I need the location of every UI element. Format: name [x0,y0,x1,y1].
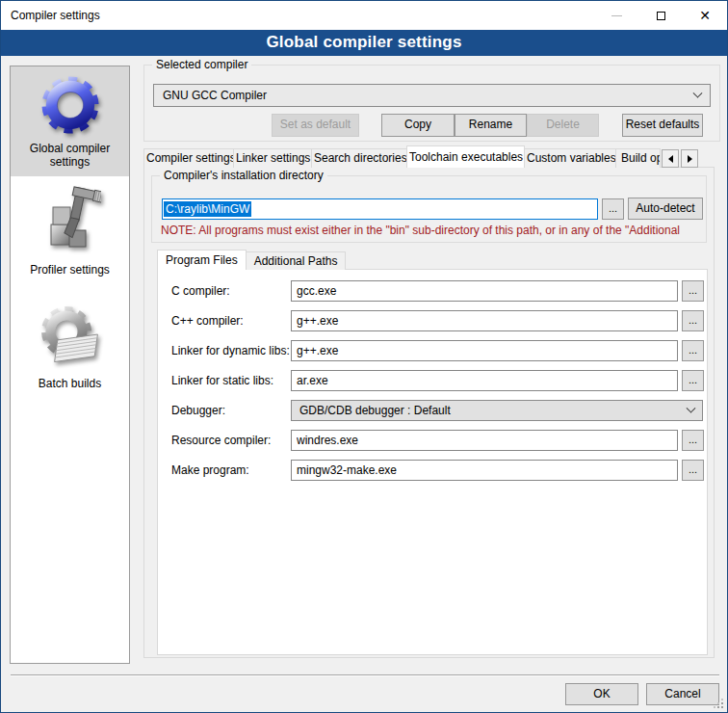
close-icon: ✕ [699,9,711,22]
c-compiler-row: C compiler: ... [158,280,707,302]
settings-category-list: Global compiler settings [10,66,130,664]
selected-compiler-group-label: Selected compiler [152,58,251,71]
bin-subdirectory-note: NOTE: All programs must exist either in … [161,224,700,237]
sidebar-item-global-compiler-settings[interactable]: Global compiler settings [11,66,129,176]
minimize-button[interactable] [594,1,638,30]
resource-compiler-input[interactable] [291,430,678,451]
compiler-settings-window: Compiler settings ✕ Global compiler sett… [0,0,728,713]
chevron-down-icon [693,88,703,97]
field-label: Linker for dynamic libs: [171,344,290,357]
tab-program-files[interactable]: Program Files [157,250,247,270]
copy-button[interactable]: Copy [381,114,455,137]
close-button[interactable]: ✕ [683,1,727,30]
browse-cpp-compiler-button[interactable]: ... [682,310,704,331]
linker-static-row: Linker for static libs: ... [158,370,707,391]
installation-directory-group-label: Compiler's installation directory [160,169,327,182]
compiler-select[interactable]: GNU GCC Compiler [153,84,711,107]
chevron-down-icon [687,403,696,412]
field-label: Debugger: [171,404,225,417]
debugger-row: Debugger: GDB/CDB debugger : Default [158,400,707,421]
window-controls: ✕ [594,1,727,30]
tab-custom-variables[interactable]: Custom variables [524,148,616,168]
set-as-default-button[interactable]: Set as default [272,114,359,137]
tab-toolchain-executables[interactable]: Toolchain executables [406,145,525,168]
selected-compiler-group: Selected compiler GNU GCC Compiler Set a… [143,65,720,142]
minimize-icon [611,15,622,16]
gray-gear-papers-icon [13,304,127,372]
sidebar-item-batch-builds[interactable]: Batch builds [11,298,129,398]
resource-compiler-row: Resource compiler: ... [158,430,707,451]
debugger-select-value: GDB/CDB debugger : Default [299,404,688,417]
blue-gear-icon [13,73,127,137]
field-label: C++ compiler: [171,314,244,328]
browse-linker-static-button[interactable]: ... [682,370,704,391]
browse-resource-compiler-button[interactable]: ... [682,430,704,451]
settings-tab-strip: Compiler settings Linker settings Search… [143,145,698,168]
browse-c-compiler-button[interactable]: ... [682,280,704,302]
arrow-right-icon [688,155,692,163]
linker-dynamic-input[interactable] [291,340,678,361]
sidebar-item-label: Batch builds [13,377,127,390]
tab-linker-settings[interactable]: Linker settings [233,148,312,168]
installation-directory-group: Compiler's installation directory C:\ray… [151,175,707,243]
field-label: C compiler: [171,284,230,298]
tab-search-directories[interactable]: Search directories [311,148,407,168]
tab-scroll-left-button[interactable] [662,149,679,168]
linker-static-input[interactable] [291,370,678,391]
installation-directory-value: C:\raylib\MinGW [164,201,251,217]
make-program-input[interactable] [291,460,678,481]
field-label: Linker for static libs: [171,374,273,387]
titlebar: Compiler settings ✕ [1,1,727,30]
dialog-header: Global compiler settings [1,30,727,56]
program-files-tab-strip: Program Files Additional Paths [157,250,345,270]
installation-directory-input[interactable]: C:\raylib\MinGW [162,198,598,220]
cpp-compiler-row: C++ compiler: ... [158,310,707,331]
compiler-select-value: GNU GCC Compiler [163,89,694,102]
field-label: Make program: [171,463,249,477]
linker-dynamic-row: Linker for dynamic libs: ... [158,340,707,361]
sidebar-item-profiler-settings[interactable]: Profiler settings [11,176,129,284]
maximize-icon [657,12,665,20]
resize-grip[interactable] [714,699,723,708]
debugger-select[interactable]: GDB/CDB debugger : Default [291,400,703,421]
browse-make-program-button[interactable]: ... [682,460,704,481]
maximize-button[interactable] [638,1,683,30]
auto-detect-button[interactable]: Auto-detect [628,198,703,220]
c-compiler-input[interactable] [291,280,678,302]
reset-defaults-button[interactable]: Reset defaults [622,114,703,137]
sidebar-item-label: Profiler settings [13,263,127,277]
program-files-panel: C compiler: ... C++ compiler: ... Linker… [157,269,708,655]
field-label: Resource compiler: [171,434,271,447]
arrow-left-icon [668,155,673,163]
tab-scroll-right-button[interactable] [681,149,698,168]
tab-build-options[interactable]: Build options [615,148,661,168]
delete-button[interactable]: Delete [527,114,599,137]
tab-additional-paths[interactable]: Additional Paths [246,251,347,270]
caliper-icon [13,183,127,258]
cancel-button[interactable]: Cancel [646,683,719,705]
make-program-row: Make program: ... [158,460,707,481]
cpp-compiler-input[interactable] [291,310,678,331]
rename-button[interactable]: Rename [455,114,527,137]
browse-linker-dynamic-button[interactable]: ... [682,340,704,361]
tab-compiler-settings[interactable]: Compiler settings [143,148,234,168]
ok-button[interactable]: OK [565,683,638,705]
browse-directory-button[interactable]: ... [602,198,624,220]
footer-divider [11,674,719,676]
window-title: Compiler settings [11,9,100,22]
sidebar-item-label: Global compiler settings [13,142,127,169]
